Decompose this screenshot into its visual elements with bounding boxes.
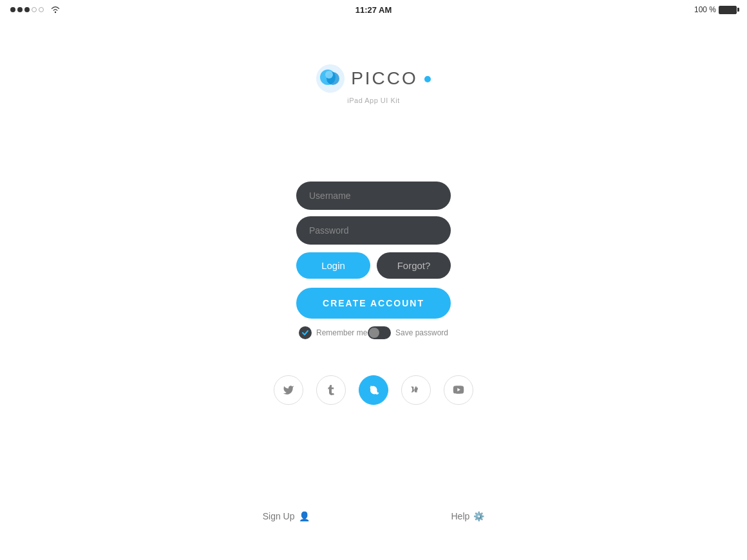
bottom-links: Sign Up 👤 Help ⚙️ <box>0 511 747 521</box>
gear-icon: ⚙️ <box>473 511 484 521</box>
sign-up-label: Sign Up <box>263 511 295 521</box>
help-label: Help <box>451 511 470 521</box>
save-password-item[interactable]: Save password <box>368 326 448 339</box>
signal-dot-2 <box>17 7 23 12</box>
logo-section: PICCO iPad App UI Kit <box>316 64 431 104</box>
status-left <box>10 6 61 14</box>
status-time: 11:27 AM <box>355 5 392 15</box>
checkboxes-row: Remember me Save password <box>296 326 451 339</box>
form-section: Login Forgot? CREATE ACCOUNT Remember me… <box>296 182 451 339</box>
main-content: PICCO iPad App UI Kit Login Forgot? CREA… <box>0 19 747 560</box>
login-button[interactable]: Login <box>296 252 370 279</box>
status-bar: 11:27 AM 100 % <box>0 0 747 19</box>
tumblr-button[interactable] <box>316 375 346 405</box>
logo-row: PICCO <box>316 64 431 93</box>
vk-button[interactable] <box>401 375 431 405</box>
username-input[interactable] <box>296 182 451 210</box>
signal-dot-1 <box>10 7 15 12</box>
signal-dot-5 <box>39 7 44 12</box>
save-password-label: Save password <box>395 328 448 337</box>
logo-icon <box>316 64 345 93</box>
forgot-button[interactable]: Forgot? <box>377 252 451 279</box>
youtube-button[interactable] <box>444 375 473 405</box>
help-link[interactable]: Help ⚙️ <box>451 511 485 521</box>
signal-dot-4 <box>32 7 37 12</box>
toggle-knob <box>369 328 379 338</box>
status-right: 100 % <box>694 5 737 14</box>
twitter-button[interactable] <box>274 375 303 405</box>
save-password-toggle[interactable] <box>368 326 391 339</box>
battery-bar <box>719 6 737 14</box>
battery-percent: 100 % <box>694 5 716 14</box>
sign-up-link[interactable]: Sign Up 👤 <box>263 511 310 521</box>
logo-accent-dot <box>424 76 431 82</box>
logo-app-name: PICCO <box>351 68 418 89</box>
password-input[interactable] <box>296 216 451 245</box>
battery: 100 % <box>694 5 737 14</box>
signal-dot-3 <box>24 7 30 12</box>
login-forgot-row: Login Forgot? <box>296 252 451 279</box>
svg-point-4 <box>325 71 333 79</box>
skype-button[interactable] <box>359 375 388 405</box>
remember-me-item[interactable]: Remember me <box>299 326 367 339</box>
logo-subtitle: iPad App UI Kit <box>347 97 400 104</box>
signal-dots <box>10 7 44 12</box>
social-row <box>274 375 473 405</box>
create-account-button[interactable]: CREATE ACCOUNT <box>296 288 451 319</box>
person-icon: 👤 <box>299 511 310 521</box>
wifi-icon <box>50 6 61 14</box>
svg-point-0 <box>55 12 56 13</box>
remember-me-checkbox[interactable] <box>299 326 312 339</box>
remember-me-label: Remember me <box>316 328 367 337</box>
